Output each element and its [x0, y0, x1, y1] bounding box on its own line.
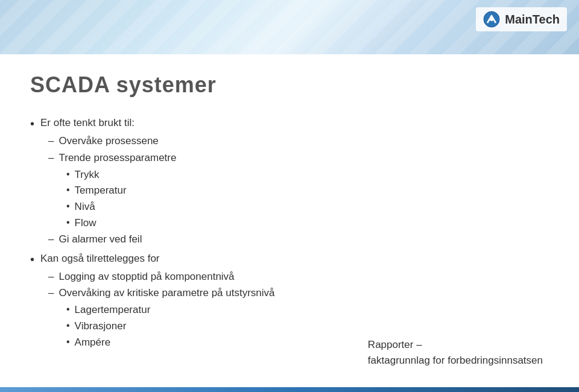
bullet-icon: • [30, 251, 34, 267]
dash-icon: – [48, 134, 54, 148]
item-label: Overvåke prosessene [59, 134, 158, 148]
main-list: • Er ofte tenkt brukt til: – Overvåke pr… [30, 116, 549, 350]
list-item: • Er ofte tenkt brukt til: – Overvåke pr… [30, 116, 549, 247]
sub-bullet-icon: • [66, 303, 70, 316]
item-label: Logging av stopptid på komponentnivå [59, 270, 234, 284]
item-label: Flow [75, 216, 96, 230]
reporter-line2: faktagrunnlag for forbedringsinnsatsen [368, 353, 543, 368]
item-label: Nivå [75, 200, 95, 214]
sub-bullet-icon: • [66, 216, 70, 229]
item-label: Vibrasjoner [75, 319, 127, 334]
logo-container: MainTech [476, 7, 567, 31]
item-label: Kan også tilrettelegges for [40, 251, 160, 266]
sub-bullet-icon: • [66, 319, 70, 332]
page-title: SCADA systemer [30, 72, 549, 98]
logo-text: MainTech [505, 13, 560, 27]
sub-bullet-icon: • [66, 183, 70, 197]
reporter-box: Rapporter – faktagrunnlag for forbedring… [368, 337, 543, 368]
item-label: Trende prosessparametre [59, 151, 176, 165]
dash-icon: – [48, 270, 54, 284]
item-label: Gi alarmer ved feil [59, 232, 142, 247]
dash-icon: – [48, 286, 54, 300]
dash-icon: – [48, 151, 54, 165]
item-label: Lagertemperatur [75, 303, 151, 317]
dash-icon: – [48, 232, 54, 247]
item-label: Er ofte tenkt brukt til: [40, 116, 134, 130]
maintech-logo-icon [483, 11, 500, 28]
main-content: SCADA systemer • Er ofte tenkt brukt til… [0, 54, 579, 392]
item-label: Trykk [75, 168, 100, 182]
sub-bullet-icon: • [66, 200, 70, 213]
sub-bullet-icon: • [66, 335, 70, 349]
item-label: Ampére [75, 335, 111, 350]
list-item: • Kan også tilrettelegges for – Logging … [30, 251, 549, 350]
reporter-line1: Rapporter – [368, 337, 543, 353]
sub-bullet-icon: • [66, 168, 70, 181]
item-label: Temperatur [75, 183, 127, 198]
bottom-bar [0, 387, 579, 392]
bullet-icon: • [30, 116, 34, 131]
item-label: Overvåking av kritiske parametre på utst… [59, 286, 274, 300]
svg-point-1 [490, 17, 493, 21]
